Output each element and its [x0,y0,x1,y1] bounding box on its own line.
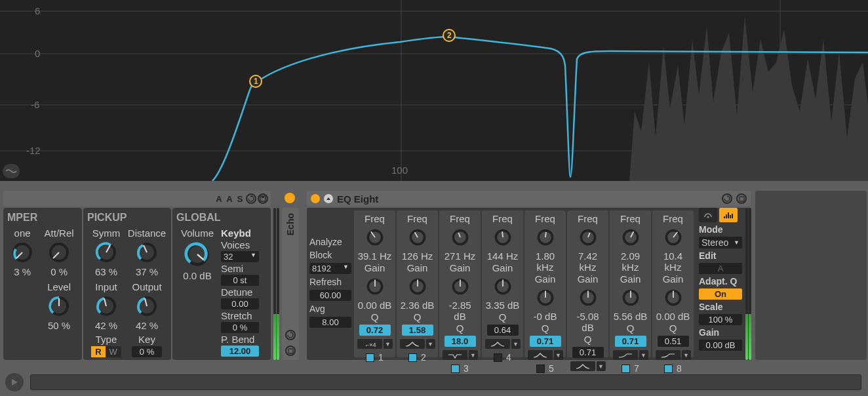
band-5-q-value[interactable]: 0.71 [530,336,561,347]
band-7-freq-knob[interactable] [621,228,641,247]
band-5-gain-knob[interactable] [536,288,555,307]
spectrum-toggle-icon[interactable] [3,164,20,178]
volume-knob[interactable] [184,241,210,267]
echo-collapsed-device[interactable]: Echo [282,208,299,360]
band-3-q-value[interactable]: 18.0 [444,336,476,347]
band-5-gain-value: -0 dB [527,311,564,322]
arrangement-overview[interactable] [30,374,861,390]
band-6-freq-knob[interactable] [578,228,598,247]
avg-value[interactable]: 8.00 [309,317,351,328]
type-toggle[interactable]: R W [91,346,121,357]
device-rack: A A S MPER one 3 % Att/Rel 0 % Level 50 … [0,186,868,365]
eq8-fold-icon[interactable] [324,194,333,203]
hdr-letter-a2[interactable]: A [225,193,234,204]
band-1-filter-shape[interactable]: ⌐×4 [357,339,382,349]
band-3-freq-knob[interactable] [450,228,470,247]
band-7-shape-dropdown[interactable]: ▼ [639,350,648,360]
refresh-value[interactable]: 60.00 [309,290,351,301]
band-8-gain-knob[interactable] [663,288,683,307]
tone-knob[interactable] [11,241,33,264]
band-5-shape-dropdown[interactable]: ▼ [554,350,563,360]
band-1-freq-knob[interactable] [365,228,385,247]
eq-band-4: Freq 144 Hz Gain 3.35 dB Q 0.64 ▼ 4 [482,210,523,357]
distance-knob[interactable] [136,241,158,264]
eq-frequency-graph[interactable]: 6 0 -6 -12 100 1k 1 2 [0,0,868,181]
pbend-value[interactable]: 12.00 [221,346,259,357]
band-2-freq-knob[interactable] [408,228,427,247]
type-w-option[interactable]: W [106,346,121,357]
global-title: GLOBAL [176,212,267,224]
attrel-knob[interactable] [48,241,70,264]
band-2-filter-shape[interactable] [400,339,425,349]
input-knob[interactable] [95,295,117,317]
band-2-q-value[interactable]: 1.58 [402,325,433,336]
band-2-gain-knob[interactable] [408,277,427,296]
eq8-activator[interactable] [311,194,320,203]
echo-hotswap-icon[interactable] [285,330,296,340]
eq8-save-icon[interactable] [736,193,747,204]
stretch-value[interactable]: 0 % [221,322,259,333]
eq8-hotswap-icon[interactable] [722,193,732,204]
scale-value[interactable]: 100 % [699,314,742,325]
band-5-filter-shape[interactable] [528,350,553,360]
empty-device-slot[interactable] [755,191,867,360]
save-preset-icon[interactable] [258,193,268,204]
eq8-titlebar[interactable]: EQ Eight [307,191,751,207]
band-5-freq-label: Freq [535,213,555,224]
band-3-filter-shape[interactable] [443,350,467,360]
symm-knob[interactable] [95,241,117,264]
block-select[interactable]: 8192▼ [309,263,351,274]
band-7-filter-shape[interactable] [613,350,638,360]
band-7-q-value[interactable]: 0.71 [615,336,646,347]
adaptq-toggle[interactable]: On [699,288,742,300]
band-8-filter-shape[interactable] [656,350,681,360]
band-4-shape-dropdown[interactable]: ▼ [511,339,521,349]
hotswap-icon[interactable] [246,193,256,204]
detune-label: Detune [221,287,252,298]
hdr-letter-a1[interactable]: A [214,193,224,204]
band-4-enable-toggle[interactable] [494,353,502,362]
band-6-gain-knob[interactable] [578,288,598,307]
band-6-q-value[interactable]: 0.71 [572,347,604,358]
echo-activator[interactable] [285,193,295,203]
gain-value[interactable]: 0.00 dB [699,340,742,351]
band-2-enable-toggle[interactable] [408,353,417,362]
svg-line-9 [16,252,22,258]
band-3-gain-knob[interactable] [450,277,470,296]
instrument-titlebar[interactable]: A A S [3,191,271,207]
echo-save-icon[interactable] [285,346,296,356]
band-8-q-value[interactable]: 0.51 [658,336,689,347]
band-7-gain-knob[interactable] [621,288,641,307]
band-3-gain-value: -2.85 dB [442,300,479,322]
semi-value[interactable]: 0 st [221,275,259,286]
svg-line-21 [145,298,147,306]
band-1-enable-toggle[interactable] [366,353,374,362]
band-4-filter-shape[interactable] [485,339,510,349]
band-1-shape-dropdown[interactable]: ▼ [384,339,393,349]
output-knob[interactable] [136,295,158,317]
expand-view-icon[interactable] [719,208,738,222]
key-value[interactable]: 0 % [132,346,162,357]
detune-value[interactable]: 0.00 [221,298,259,309]
output-label: Output [132,281,162,292]
band-4-gain-knob[interactable] [493,277,513,296]
band-8-shape-dropdown[interactable]: ▼ [682,350,691,360]
audition-icon[interactable] [699,208,717,222]
edit-value[interactable]: A [699,263,742,274]
band-5-freq-knob[interactable] [536,228,555,247]
band-4-number: 4 [506,352,511,363]
band-8-freq-knob[interactable] [663,228,683,247]
band-1-q-value[interactable]: 0.72 [359,325,391,336]
mode-select[interactable]: Stereo▼ [699,237,742,248]
band-3-shape-dropdown[interactable]: ▼ [469,350,478,360]
voices-select[interactable]: 32▼ [221,251,259,262]
band-1-gain-knob[interactable] [365,277,385,296]
level-knob[interactable] [48,295,70,317]
hdr-letter-s[interactable]: S [235,193,245,204]
band-4-freq-knob[interactable] [493,228,513,247]
band-2-shape-dropdown[interactable]: ▼ [426,339,435,349]
type-label: Type [96,334,117,345]
type-r-option[interactable]: R [91,346,105,357]
play-icon[interactable] [5,373,24,391]
band-4-q-value[interactable]: 0.64 [487,325,519,336]
